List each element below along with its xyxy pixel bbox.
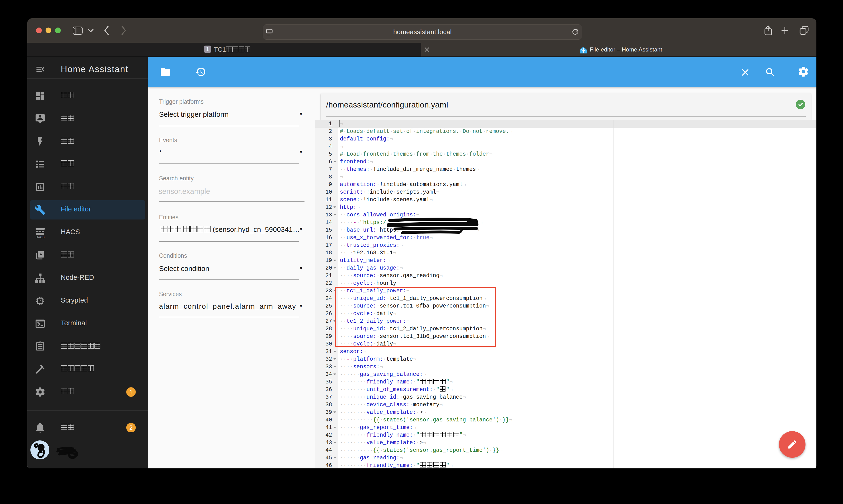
svg-text:HACS: HACS [36, 235, 44, 239]
